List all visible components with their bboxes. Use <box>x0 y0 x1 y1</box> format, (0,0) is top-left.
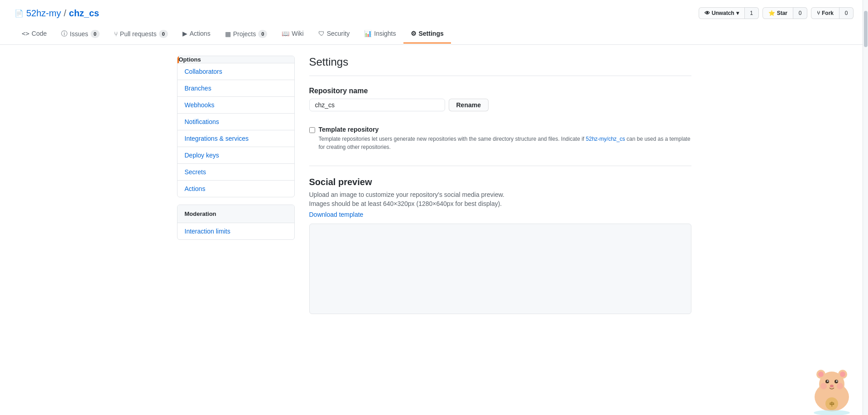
star-btn-group: ⭐ Star 0 <box>762 7 807 19</box>
sidebar-item-webhooks[interactable]: Webhooks <box>177 97 294 114</box>
nav-item-actions: ▶ Actions <box>175 24 218 44</box>
sidebar-options-section: Options Collaborators Branches Webhooks … <box>177 56 295 197</box>
actions-nav-icon: ▶ <box>182 30 187 37</box>
sidebar-item-branches[interactable]: Branches <box>177 80 294 97</box>
wiki-icon: 📖 <box>282 30 289 37</box>
scrollbar[interactable] <box>863 0 868 336</box>
nav-item-issues: ⓘ Issues 0 <box>54 24 106 44</box>
repo-owner-link[interactable]: 52hz-my <box>26 8 61 19</box>
template-repo-checkbox[interactable] <box>309 127 315 133</box>
nav-item-code: <> Code <box>14 24 54 44</box>
nav-item-insights: 📊 Insights <box>357 24 403 44</box>
repo-header: 📄 52hz-my / chz_cs 👁 Unwatch ▾ 1 ⭐ Star … <box>0 0 868 45</box>
nav-item-prs: ⑂ Pull requests 0 <box>107 24 175 44</box>
scrollbar-thumb[interactable] <box>864 11 868 47</box>
sidebar-item-interaction-limits[interactable]: Interaction limits <box>177 223 294 239</box>
repo-name-section: Repository name Rename <box>309 87 691 111</box>
nav-link-settings[interactable]: ⚙ Settings <box>403 24 451 43</box>
social-preview-desc: Upload an image to customize your reposi… <box>309 191 691 198</box>
download-template-link[interactable]: Download template <box>309 211 364 218</box>
sidebar-moderation-section: Moderation Interaction limits <box>177 205 295 240</box>
repo-title-row: 📄 52hz-my / chz_cs 👁 Unwatch ▾ 1 ⭐ Star … <box>14 7 854 19</box>
nav-link-prs[interactable]: ⑂ Pull requests 0 <box>107 24 175 44</box>
repo-name-input[interactable] <box>309 99 445 111</box>
pr-icon: ⑂ <box>114 30 118 38</box>
sidebar-item-collaborators[interactable]: Collaborators <box>177 63 294 80</box>
settings-content: Settings Repository name Rename Template… <box>309 56 691 325</box>
nav-link-projects[interactable]: ▦ Projects 0 <box>218 24 275 44</box>
issues-icon: ⓘ <box>61 30 67 38</box>
nav-link-wiki[interactable]: 📖 Wiki <box>274 24 311 43</box>
nav-link-actions[interactable]: ▶ Actions <box>175 24 218 43</box>
fork-button[interactable]: ⑂ Fork <box>811 7 839 19</box>
settings-title: Settings <box>309 56 691 68</box>
watch-count[interactable]: 1 <box>744 7 759 19</box>
settings-divider <box>309 76 691 76</box>
repo-name-link[interactable]: chz_cs <box>69 8 99 19</box>
template-repo-section: Template repository Template repositorie… <box>309 126 691 151</box>
nav-item-security: 🛡 Security <box>311 24 357 44</box>
projects-icon: ▦ <box>225 30 231 38</box>
repo-actions: 👁 Unwatch ▾ 1 ⭐ Star 0 ⑂ Fork 0 <box>699 7 854 19</box>
settings-nav-icon: ⚙ <box>411 30 417 37</box>
template-repo-link[interactable]: 52hz-my/chz_cs <box>586 136 625 142</box>
template-repo-desc: Template repositories let users generate… <box>319 135 691 151</box>
social-preview-box <box>309 224 691 314</box>
eye-icon: 👁 <box>705 10 710 16</box>
nav-item-settings: ⚙ Settings <box>403 24 451 44</box>
unwatch-button[interactable]: 👁 Unwatch ▾ <box>699 7 744 19</box>
pr-badge: 0 <box>159 30 168 38</box>
social-preview-section: Social preview Upload an image to custom… <box>309 166 691 314</box>
rename-button[interactable]: Rename <box>449 99 489 111</box>
nav-link-code[interactable]: <> Code <box>14 24 54 43</box>
social-preview-subdesc: Images should be at least 640×320px (128… <box>309 200 691 207</box>
repo-name-label: Repository name <box>309 87 691 95</box>
repo-title: 📄 52hz-my / chz_cs <box>14 8 99 19</box>
repo-nav-list: <> Code ⓘ Issues 0 ⑂ Pull requests 0 <box>14 24 854 44</box>
template-repo-label-group: Template repository Template repositorie… <box>319 126 691 151</box>
issues-badge: 0 <box>91 30 100 38</box>
main-content: Options Collaborators Branches Webhooks … <box>163 45 706 336</box>
template-repo-title: Template repository <box>319 126 691 133</box>
fork-btn-group: ⑂ Fork 0 <box>811 7 854 19</box>
nav-link-insights[interactable]: 📊 Insights <box>357 24 403 43</box>
insights-icon: 📊 <box>364 30 372 37</box>
star-button[interactable]: ⭐ Star <box>762 7 793 19</box>
repo-nav: <> Code ⓘ Issues 0 ⑂ Pull requests 0 <box>14 24 854 44</box>
sidebar-moderation-header: Moderation <box>177 205 294 223</box>
repo-file-icon: 📄 <box>14 9 24 18</box>
sidebar-item-secrets[interactable]: Secrets <box>177 164 294 181</box>
dropdown-chevron-icon: ▾ <box>736 10 739 16</box>
repo-name-form-row: Rename <box>309 99 691 111</box>
security-icon: 🛡 <box>318 30 325 37</box>
star-icon: ⭐ <box>768 10 775 16</box>
code-icon: <> <box>22 30 29 37</box>
star-count[interactable]: 0 <box>793 7 807 19</box>
nav-item-wiki: 📖 Wiki <box>274 24 311 44</box>
repo-sep: / <box>64 8 67 19</box>
template-repo-row: Template repository Template repositorie… <box>309 126 691 151</box>
fork-icon: ⑂ <box>817 10 820 16</box>
nav-link-security[interactable]: 🛡 Security <box>311 24 357 43</box>
nav-link-issues[interactable]: ⓘ Issues 0 <box>54 24 106 44</box>
sidebar-item-deploy-keys[interactable]: Deploy keys <box>177 147 294 164</box>
sidebar-item-notifications[interactable]: Notifications <box>177 114 294 130</box>
sidebar-options-header: Options <box>177 56 294 63</box>
sidebar: Options Collaborators Branches Webhooks … <box>177 56 295 325</box>
fork-count[interactable]: 0 <box>839 7 854 19</box>
nav-item-projects: ▦ Projects 0 <box>218 24 275 44</box>
sidebar-item-actions[interactable]: Actions <box>177 181 294 197</box>
social-preview-title: Social preview <box>309 166 691 187</box>
watch-btn-group: 👁 Unwatch ▾ 1 <box>699 7 759 19</box>
sidebar-item-integrations[interactable]: Integrations & services <box>177 130 294 147</box>
projects-badge: 0 <box>258 30 267 38</box>
